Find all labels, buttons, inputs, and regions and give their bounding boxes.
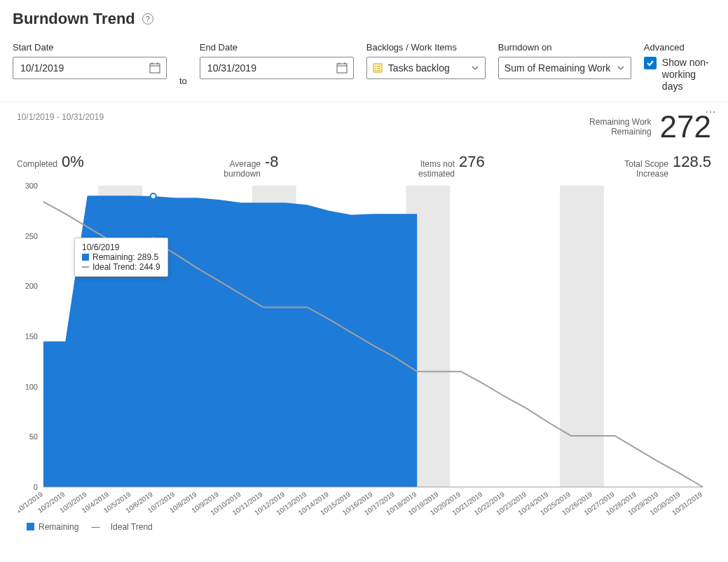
chart-legend: Remaining — Ideal Trend bbox=[7, 519, 721, 537]
calendar-icon[interactable] bbox=[336, 62, 348, 74]
svg-text:100: 100 bbox=[25, 382, 38, 390]
backlogs-label: Backlogs / Work Items bbox=[366, 42, 486, 53]
tooltip-date: 10/6/2019 bbox=[82, 242, 160, 252]
burndown-on-dropdown[interactable]: Sum of Remaining Work bbox=[498, 57, 631, 79]
tooltip-remaining-text: Remaining: 289.5 bbox=[92, 252, 158, 262]
total-scope-increase-label: Total Scope Increase bbox=[624, 160, 668, 178]
svg-text:50: 50 bbox=[29, 432, 38, 441]
svg-rect-9 bbox=[375, 66, 376, 67]
chart-tooltip: 10/6/2019 Remaining: 289.5 Ideal Trend: … bbox=[74, 238, 168, 277]
calendar-icon[interactable] bbox=[149, 62, 160, 74]
svg-rect-4 bbox=[337, 64, 347, 73]
burndown-widget: ⋯ 10/1/2019 - 10/31/2019 Remaining Work … bbox=[7, 102, 721, 537]
help-icon[interactable]: ? bbox=[142, 13, 153, 25]
svg-rect-11 bbox=[375, 68, 376, 69]
svg-rect-12 bbox=[377, 68, 380, 69]
svg-point-58 bbox=[151, 193, 156, 199]
end-date-input[interactable] bbox=[200, 57, 354, 79]
start-date-input[interactable] bbox=[13, 57, 167, 79]
svg-rect-18 bbox=[560, 186, 604, 487]
check-icon bbox=[646, 59, 654, 67]
burndown-on-label: Burndown on bbox=[498, 42, 631, 53]
page-title: Burndown Trend bbox=[13, 10, 135, 28]
completed-label: Completed bbox=[17, 160, 57, 169]
svg-text:300: 300 bbox=[25, 183, 38, 190]
svg-text:250: 250 bbox=[25, 231, 38, 240]
remaining-work-label: Remaining Work bbox=[589, 117, 651, 127]
chevron-down-icon bbox=[471, 64, 479, 72]
avg-burndown-label: Average burndown bbox=[224, 160, 261, 178]
avg-burndown-value: -8 bbox=[265, 153, 279, 171]
items-not-estimated-label: Items not estimated bbox=[418, 160, 455, 178]
backlogs-value: Tasks backlog bbox=[388, 62, 450, 74]
svg-rect-0 bbox=[150, 64, 160, 73]
legend-ideal-dash: — bbox=[91, 522, 99, 532]
start-date-field[interactable] bbox=[19, 62, 149, 74]
to-label: to bbox=[179, 69, 187, 92]
svg-text:150: 150 bbox=[25, 332, 38, 341]
remaining-work-value: 272 bbox=[660, 109, 711, 144]
completed-value: 0% bbox=[62, 153, 84, 171]
end-date-label: End Date bbox=[200, 42, 354, 53]
tasks-icon bbox=[373, 63, 383, 73]
legend-remaining-text: Remaining bbox=[39, 522, 78, 532]
backlogs-dropdown[interactable]: Tasks backlog bbox=[366, 57, 486, 79]
items-not-estimated-value: 276 bbox=[459, 153, 485, 171]
svg-rect-13 bbox=[375, 70, 376, 71]
svg-rect-14 bbox=[377, 70, 380, 71]
start-date-label: Start Date bbox=[13, 42, 167, 53]
svg-rect-10 bbox=[377, 66, 380, 67]
burndown-chart[interactable]: 05010015020025030010/1/201910/2/201910/3… bbox=[18, 183, 710, 519]
chevron-down-icon bbox=[617, 64, 625, 72]
show-nonworking-label: Show non-working days bbox=[662, 57, 715, 92]
show-nonworking-checkbox[interactable] bbox=[644, 57, 657, 69]
tooltip-ideal-swatch bbox=[82, 266, 89, 268]
end-date-field[interactable] bbox=[206, 62, 336, 74]
total-scope-increase-value: 128.5 bbox=[673, 153, 711, 171]
more-icon[interactable]: ⋯ bbox=[705, 105, 717, 118]
svg-text:200: 200 bbox=[25, 282, 38, 290]
legend-remaining-swatch bbox=[27, 523, 34, 530]
controls-row: Start Date to End Date Backlogs / Work I… bbox=[0, 31, 728, 102]
svg-text:0: 0 bbox=[34, 483, 38, 491]
tooltip-remaining-swatch bbox=[82, 254, 89, 261]
remaining-sublabel: Remaining bbox=[589, 127, 651, 137]
tooltip-ideal-text: Ideal Trend: 244.9 bbox=[92, 262, 160, 272]
chart-date-range: 10/1/2019 - 10/31/2019 bbox=[17, 109, 104, 122]
advanced-label: Advanced bbox=[644, 42, 715, 53]
legend-ideal-text: Ideal Trend bbox=[111, 522, 153, 532]
burndown-on-value: Sum of Remaining Work bbox=[504, 62, 610, 74]
